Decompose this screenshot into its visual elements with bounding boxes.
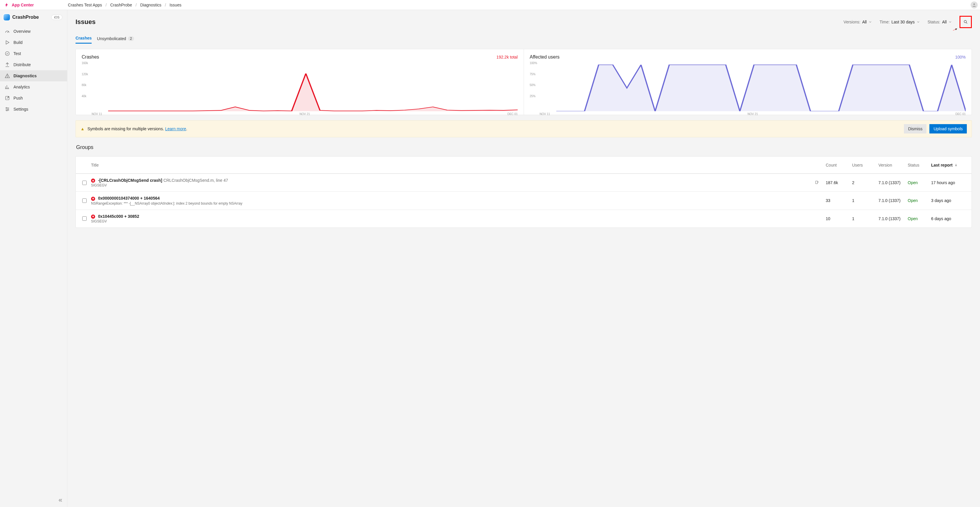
filter-label: Time: xyxy=(880,20,889,24)
sidebar-item-label: Overview xyxy=(13,29,30,34)
sidebar-item-distribute[interactable]: Distribute xyxy=(0,59,67,70)
cell-status: Open xyxy=(908,198,931,203)
charts-row: Crashes 192.2k total 160k120k80k40kNOV 1… xyxy=(76,49,972,115)
tab-unsymbolicated[interactable]: Unsymbolicated 2 xyxy=(97,34,134,43)
col-header-count[interactable]: Count xyxy=(826,163,852,167)
chevron-down-icon xyxy=(916,20,920,24)
gauge-icon xyxy=(5,29,10,34)
svg-point-7 xyxy=(964,21,967,23)
sidebar-item-label: Push xyxy=(13,96,23,100)
breadcrumb-item[interactable]: Issues xyxy=(169,3,181,7)
banner-text: Symbols are missing for multiple version… xyxy=(88,126,187,131)
table-header-row: Title Count Users Version Status Last re… xyxy=(76,157,972,173)
chevron-down-icon xyxy=(869,20,872,24)
table-row[interactable]: ✶ 0x0000000104374000 + 1640564 NSRangeEx… xyxy=(76,191,972,209)
col-header-title[interactable]: Title xyxy=(91,163,808,167)
filter-versions[interactable]: Versions: All xyxy=(843,20,872,24)
check-circle-icon xyxy=(5,51,10,56)
filter-bar: Versions: All Time: Last 30 days Status:… xyxy=(843,16,972,28)
row-checkbox[interactable] xyxy=(82,181,87,185)
cell-status: Open xyxy=(908,180,931,185)
crash-subtext: SIGSEGV xyxy=(91,219,808,223)
top-bar: App Center Crashes Test Apps/ CrashProbe… xyxy=(0,0,980,10)
chevron-down-icon xyxy=(948,20,952,24)
missing-symbols-banner: ▲ Symbols are missing for multiple versi… xyxy=(76,120,972,137)
breadcrumb-item[interactable]: Crashes Test Apps xyxy=(68,3,102,7)
learn-more-link[interactable]: Learn more xyxy=(165,126,186,131)
tab-badge: 2 xyxy=(128,36,134,41)
upload-symbols-button[interactable]: Upload symbols xyxy=(929,124,967,134)
arrow-down-icon xyxy=(954,163,958,167)
groups-title: Groups xyxy=(76,144,972,151)
col-header-status[interactable]: Status xyxy=(908,163,931,167)
cell-last-report: 6 days ago xyxy=(931,216,966,221)
breadcrumb-item[interactable]: CrashProbe xyxy=(110,3,132,7)
cell-count: 10 xyxy=(826,216,852,221)
dismiss-button[interactable]: Dismiss xyxy=(904,124,926,134)
sidebar: CrashProbe iOS Overview Build Test Distr… xyxy=(0,10,67,507)
brand[interactable]: App Center xyxy=(4,2,67,8)
table-row[interactable]: ✶ 0x10445c000 + 30852 SIGSEGV 10 1 7.1.0… xyxy=(76,210,972,227)
cell-version: 7.1.0 (1337) xyxy=(878,180,908,185)
cell-last-report: 17 hours ago xyxy=(931,180,966,185)
breadcrumb-item[interactable]: Diagnostics xyxy=(140,3,161,7)
sidebar-item-label: Build xyxy=(13,40,22,45)
table-row[interactable]: ✶ -[CRLCrashObjCMsgSend crash] CRLCrashO… xyxy=(76,173,972,191)
sidebar-item-build[interactable]: Build xyxy=(0,37,67,48)
external-icon xyxy=(5,95,10,101)
crash-icon: ✶ xyxy=(91,178,95,183)
edit-icon[interactable] xyxy=(815,181,819,186)
crash-title: 0x10445c000 + 30852 xyxy=(98,214,139,219)
svg-point-2 xyxy=(7,77,7,77)
sidebar-item-settings[interactable]: Settings xyxy=(0,103,67,115)
sidebar-nav: Overview Build Test Distribute Diagnosti… xyxy=(0,26,67,115)
search-button[interactable] xyxy=(959,16,972,28)
affected-users-chart: 100%75%50%25%NOV 11NOV 21DEC 01 xyxy=(530,62,966,111)
cell-users: 1 xyxy=(852,216,878,221)
tab-label: Crashes xyxy=(76,36,92,40)
svg-point-1 xyxy=(5,51,10,56)
user-avatar[interactable] xyxy=(970,2,978,8)
sidebar-item-overview[interactable]: Overview xyxy=(0,26,67,37)
page-title: Issues xyxy=(76,18,96,26)
sidebar-item-label: Settings xyxy=(13,107,29,111)
breadcrumb: Crashes Test Apps/ CrashProbe/ Diagnosti… xyxy=(68,3,181,7)
filter-label: Status: xyxy=(928,20,940,24)
person-icon xyxy=(972,3,977,7)
svg-point-6 xyxy=(6,110,7,111)
cell-count: 33 xyxy=(826,198,852,203)
chart-total: 192.2k total xyxy=(496,55,517,59)
cell-count: 187.6k xyxy=(826,180,852,185)
play-icon xyxy=(5,40,10,45)
crash-title: -[CRLCrashObjCMsgSend crash] xyxy=(98,178,162,183)
page-header: Issues Versions: All Time: Last 30 days … xyxy=(67,10,980,28)
sidebar-item-analytics[interactable]: Analytics xyxy=(0,81,67,92)
filter-label: Versions: xyxy=(843,20,861,24)
collapse-sidebar-button[interactable] xyxy=(58,497,63,504)
app-name: CrashProbe xyxy=(12,14,49,20)
search-icon xyxy=(963,20,968,24)
row-checkbox[interactable] xyxy=(82,216,87,221)
sidebar-item-label: Distribute xyxy=(13,62,31,67)
cell-version: 7.1.0 (1337) xyxy=(878,198,908,203)
sidebar-item-label: Diagnostics xyxy=(13,73,37,78)
filter-value: All xyxy=(862,20,867,24)
app-header: CrashProbe iOS xyxy=(0,10,67,25)
affected-users-chart-card: Affected users 100% 100%75%50%25%NOV 11N… xyxy=(523,49,972,115)
col-header-last-report[interactable]: Last report xyxy=(931,163,966,167)
col-header-users[interactable]: Users xyxy=(852,163,878,167)
filter-status[interactable]: Status: All xyxy=(928,20,952,24)
crash-subtext: NSRangeException: *** -[__NSArray0 objec… xyxy=(91,202,808,205)
filter-time[interactable]: Time: Last 30 days xyxy=(880,20,920,24)
platform-pill: iOS xyxy=(51,14,62,20)
cell-status: Open xyxy=(908,216,931,221)
tab-crashes[interactable]: Crashes xyxy=(76,33,92,44)
row-checkbox[interactable] xyxy=(82,199,87,203)
crash-icon: ✶ xyxy=(91,197,95,201)
banner-message: Symbols are missing for multiple version… xyxy=(88,126,164,131)
sidebar-item-diagnostics[interactable]: Diagnostics xyxy=(0,70,67,81)
sidebar-item-test[interactable]: Test xyxy=(0,48,67,59)
brand-label: App Center xyxy=(12,3,33,7)
col-header-version[interactable]: Version xyxy=(878,163,908,167)
sidebar-item-push[interactable]: Push xyxy=(0,92,67,103)
